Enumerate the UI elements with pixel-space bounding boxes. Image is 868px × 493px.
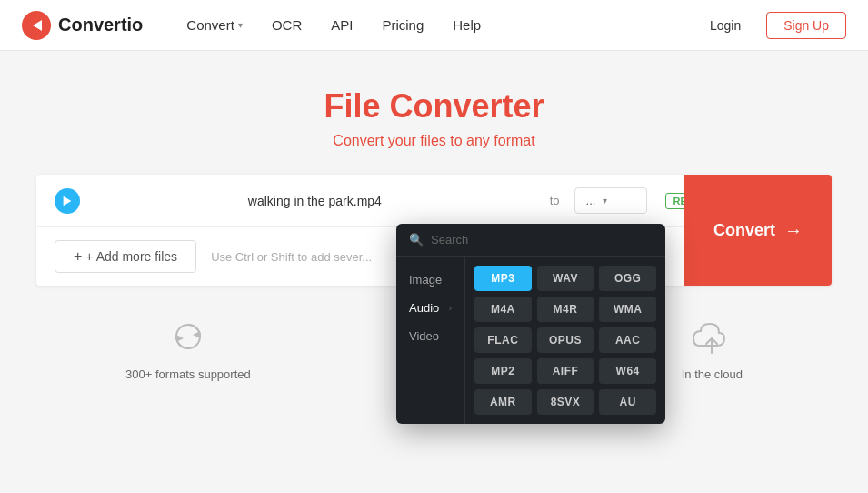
main-content: File Converter Convert your files to any…: [0, 51, 868, 418]
logo[interactable]: Convertio: [22, 11, 143, 40]
format-button-ogg[interactable]: OGG: [599, 266, 656, 291]
svg-marker-1: [64, 196, 72, 206]
format-search: 🔍: [396, 224, 665, 257]
format-button-flac[interactable]: FLAC: [474, 327, 532, 353]
popup-formats: MP3WAVOGGM4AM4RWMAFLACOPUSAACMP2AIFFW64A…: [465, 257, 665, 424]
nav-item-api[interactable]: API: [331, 17, 353, 33]
arrow-right-icon: →: [784, 220, 803, 241]
play-icon: [61, 195, 74, 207]
format-button-mp2[interactable]: MP2: [474, 358, 532, 384]
chevron-down-icon: ▾: [603, 196, 607, 206]
feature-formats-label: 300+ formats supported: [125, 367, 251, 381]
format-button-aiff[interactable]: AIFF: [537, 358, 594, 384]
format-button-opus[interactable]: OPUS: [537, 327, 594, 353]
feature-cloud: In the cloud: [682, 315, 743, 381]
feature-cloud-label: In the cloud: [682, 367, 743, 381]
navbar: Convertio Convert ▾ OCR API Pricing Help…: [0, 0, 868, 51]
navbar-actions: Login Sign Up: [699, 12, 846, 39]
format-button-amr[interactable]: AMR: [474, 389, 532, 415]
search-icon: 🔍: [409, 233, 424, 246]
add-files-button[interactable]: + + Add more files: [55, 240, 196, 273]
logo-text: Convertio: [58, 15, 143, 35]
convert-button[interactable]: Convert →: [684, 175, 832, 286]
nav-item-help[interactable]: Help: [453, 17, 481, 33]
format-button-8svx[interactable]: 8SVX: [537, 389, 594, 415]
file-type-icon: [55, 188, 80, 214]
nav-item-convert[interactable]: Convert ▾: [186, 17, 243, 33]
format-popup: 🔍 Image Audio › Video MP3WA: [396, 224, 665, 424]
format-search-input[interactable]: [431, 233, 653, 246]
format-button-wav[interactable]: WAV: [537, 266, 594, 291]
signup-button[interactable]: Sign Up: [766, 12, 846, 39]
refresh-icon: [166, 315, 210, 358]
format-row: AMR8SVXAU: [474, 389, 656, 415]
login-button[interactable]: Login: [699, 13, 752, 38]
chevron-right-icon: ›: [449, 303, 452, 313]
format-button-w64[interactable]: W64: [599, 358, 656, 384]
category-audio[interactable]: Audio ›: [396, 294, 464, 322]
category-video[interactable]: Video: [396, 322, 464, 350]
nav-menu: Convert ▾ OCR API Pricing Help: [186, 17, 699, 33]
svg-marker-3: [193, 331, 200, 338]
format-row: MP2AIFFW64: [474, 358, 656, 384]
popup-categories: Image Audio › Video: [396, 257, 465, 424]
svg-marker-4: [176, 335, 184, 342]
feature-formats: 300+ formats supported: [125, 315, 251, 381]
category-image[interactable]: Image: [396, 266, 464, 294]
popup-body: Image Audio › Video MP3WAVOGGM4AM4RWMAFL…: [396, 257, 665, 424]
format-row: FLACOPUSAAC: [474, 327, 656, 353]
format-button-aac[interactable]: AAC: [599, 327, 656, 353]
file-name: walking in the park.mp4: [91, 194, 539, 208]
page-title: File Converter: [0, 87, 868, 126]
plus-icon: +: [74, 248, 82, 265]
format-button-wma[interactable]: WMA: [599, 297, 656, 322]
format-button-m4r[interactable]: M4R: [537, 297, 594, 322]
nav-item-ocr[interactable]: OCR: [272, 17, 302, 33]
format-button-mp3[interactable]: MP3: [474, 266, 532, 291]
format-row: MP3WAVOGG: [474, 266, 656, 291]
logo-icon: [22, 11, 51, 40]
format-row: M4AM4RWMA: [474, 297, 656, 322]
cloud-upload-icon: [690, 315, 733, 358]
add-files-hint: Use Ctrl or Shift to add sever...: [211, 250, 372, 264]
chevron-down-icon: ▾: [238, 20, 243, 30]
page-subtitle: Convert your files to any format: [0, 133, 868, 149]
nav-item-pricing[interactable]: Pricing: [382, 17, 424, 33]
to-label: to: [550, 194, 560, 207]
format-button-m4a[interactable]: M4A: [474, 297, 532, 322]
format-button-au[interactable]: AU: [599, 389, 656, 415]
format-dropdown[interactable]: ... ▾: [574, 187, 647, 214]
converter-area: walking in the park.mp4 to ... ▾ READY 1…: [36, 175, 832, 286]
